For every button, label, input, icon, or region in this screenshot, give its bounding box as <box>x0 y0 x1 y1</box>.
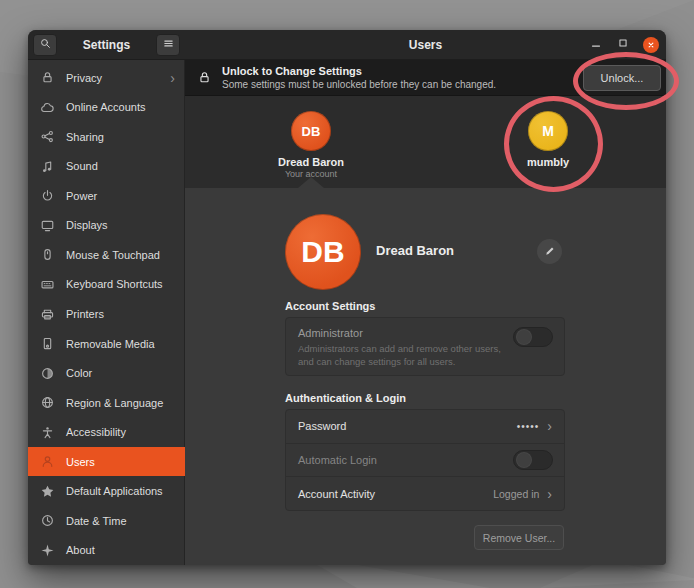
sidebar-item-label: Displays <box>66 219 108 231</box>
unlock-banner-subtitle: Some settings must be unlocked before th… <box>222 78 496 91</box>
account-activity-label: Account Activity <box>298 488 375 500</box>
mouse-icon <box>40 247 55 262</box>
close-icon <box>646 36 656 54</box>
sidebar-item-color[interactable]: Color <box>28 358 185 388</box>
sidebar-nav-list: Privacy › Online Accounts Sharing Sound <box>28 61 185 565</box>
keyboard-icon <box>40 277 55 292</box>
sidebar-item-label: Mouse & Touchpad <box>66 249 160 261</box>
sidebar-item-label: Privacy <box>66 72 102 84</box>
account-activity-value: Logged in <box>493 488 539 500</box>
sidebar-headerbar: Settings <box>28 30 185 60</box>
person-icon <box>40 454 55 469</box>
accessibility-icon <box>40 425 55 440</box>
remove-user-button[interactable]: Remove User... <box>474 525 564 550</box>
sidebar-item-privacy[interactable]: Privacy › <box>28 63 185 93</box>
chevron-right-icon: › <box>170 71 175 85</box>
power-icon <box>40 188 55 203</box>
printer-icon <box>40 307 55 322</box>
sidebar-item-region-language[interactable]: Region & Language <box>28 388 185 418</box>
sidebar-item-label: Sharing <box>66 131 104 143</box>
automatic-login-row: Automatic Login <box>286 443 564 477</box>
sidebar-item-power[interactable]: Power <box>28 181 185 211</box>
users-panel: Users Unlock to Change Settings Some set… <box>185 30 666 565</box>
carousel-user-mumbly[interactable]: M mumbly <box>506 111 590 168</box>
unlock-banner-title: Unlock to Change Settings <box>222 64 496 78</box>
password-label: Password <box>298 420 346 432</box>
menu-button[interactable] <box>156 34 180 56</box>
user-detail-content: DB Dread Baron Account Settings Administ… <box>185 188 666 565</box>
account-activity-row[interactable]: Account Activity Logged in › <box>286 476 564 510</box>
maximize-icon <box>616 36 630 54</box>
color-profile-icon <box>40 366 55 381</box>
administrator-toggle[interactable] <box>513 327 553 347</box>
sidebar: Settings Privacy › Online Accounts Shar <box>28 30 185 565</box>
sidebar-item-removable-media[interactable]: Removable Media <box>28 329 185 359</box>
removable-media-icon <box>40 336 55 351</box>
sidebar-item-printers[interactable]: Printers <box>28 299 185 329</box>
password-value: ••••• <box>517 421 540 432</box>
cloud-icon <box>40 100 55 115</box>
sidebar-item-users[interactable]: Users <box>28 447 185 477</box>
carousel-selection-arrow <box>298 177 324 188</box>
music-note-icon <box>40 159 55 174</box>
minimize-button[interactable] <box>588 37 604 53</box>
sidebar-item-displays[interactable]: Displays <box>28 211 185 241</box>
account-settings-card: Administrator Administrators can add and… <box>285 317 565 376</box>
close-button[interactable] <box>643 37 659 53</box>
unlock-button[interactable]: Unlock... <box>583 65 661 91</box>
maximize-button[interactable] <box>615 37 631 53</box>
sidebar-item-mouse-touchpad[interactable]: Mouse & Touchpad <box>28 240 185 270</box>
profile-name: Dread Baron <box>376 243 454 258</box>
avatar: M <box>528 111 568 151</box>
sidebar-item-online-accounts[interactable]: Online Accounts <box>28 93 185 123</box>
pencil-icon <box>544 243 556 261</box>
unlock-banner-text: Unlock to Change Settings Some settings … <box>222 64 496 91</box>
globe-icon <box>40 395 55 410</box>
sidebar-item-default-applications[interactable]: Default Applications <box>28 476 185 506</box>
sidebar-item-label: Users <box>66 456 95 468</box>
sidebar-item-sharing[interactable]: Sharing <box>28 122 185 152</box>
sidebar-item-label: Default Applications <box>66 485 163 497</box>
carousel-user-name: mumbly <box>527 156 569 168</box>
toggle-knob <box>516 452 532 468</box>
sidebar-item-label: Printers <box>66 308 104 320</box>
sidebar-item-label: Power <box>66 190 97 202</box>
sidebar-item-label: Date & Time <box>66 515 127 527</box>
sidebar-item-date-time[interactable]: Date & Time <box>28 506 185 536</box>
clock-icon <box>40 513 55 528</box>
automatic-login-toggle[interactable] <box>513 450 553 470</box>
share-icon <box>40 129 55 144</box>
carousel-user-name: Dread Baron <box>278 156 344 168</box>
chevron-right-icon: › <box>547 419 552 433</box>
sidebar-item-accessibility[interactable]: Accessibility <box>28 417 185 447</box>
sidebar-item-label: Removable Media <box>66 338 155 350</box>
desktop-background: Settings Privacy › Online Accounts Shar <box>0 0 694 588</box>
sidebar-item-keyboard-shortcuts[interactable]: Keyboard Shortcuts <box>28 270 185 300</box>
carousel-user-dread-baron[interactable]: DB Dread Baron Your account <box>269 111 353 179</box>
edit-name-button[interactable] <box>537 239 562 264</box>
sidebar-item-sound[interactable]: Sound <box>28 152 185 182</box>
section-header-account-settings: Account Settings <box>285 300 375 312</box>
automatic-login-label: Automatic Login <box>298 454 377 466</box>
sidebar-item-label: Online Accounts <box>66 101 146 113</box>
avatar: DB <box>291 111 331 151</box>
sidebar-item-label: Accessibility <box>66 426 126 438</box>
user-carousel: DB Dread Baron Your account M mumbly <box>185 96 666 188</box>
star-icon <box>40 484 55 499</box>
minimize-icon <box>589 36 603 54</box>
chevron-right-icon: › <box>547 487 552 501</box>
authentication-card: Password ••••• › Automatic Login <box>285 409 565 511</box>
sidebar-item-label: About <box>66 544 95 556</box>
password-row[interactable]: Password ••••• › <box>286 410 564 443</box>
display-icon <box>40 218 55 233</box>
lock-icon <box>197 70 212 85</box>
administrator-description: Administrators can add and remove other … <box>298 343 510 369</box>
settings-window: Settings Privacy › Online Accounts Shar <box>28 30 666 565</box>
sidebar-item-label: Keyboard Shortcuts <box>66 278 163 290</box>
profile-avatar: DB <box>285 214 361 290</box>
main-headerbar: Users <box>185 30 666 60</box>
sidebar-item-label: Region & Language <box>66 397 163 409</box>
unlock-banner: Unlock to Change Settings Some settings … <box>185 60 666 96</box>
sidebar-item-label: Color <box>66 367 92 379</box>
sidebar-item-about[interactable]: About <box>28 536 185 566</box>
